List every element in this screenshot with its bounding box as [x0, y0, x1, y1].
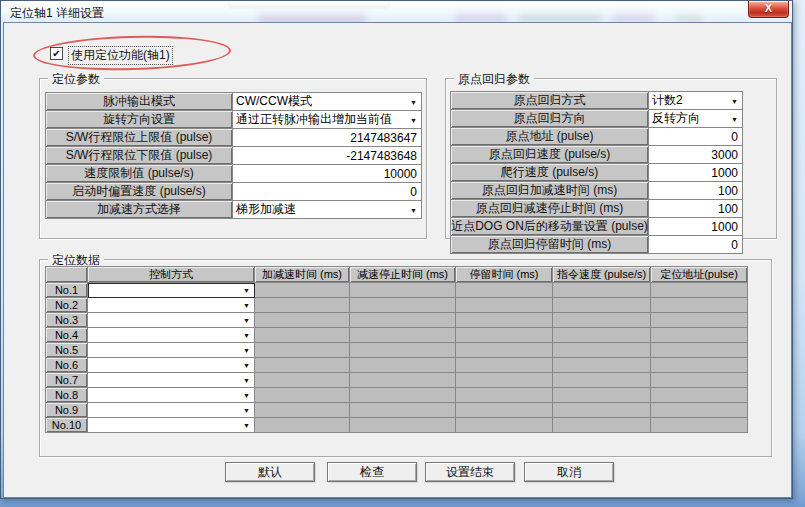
table-row: No.6 ▼: [46, 358, 748, 373]
table-row: 原点回归减速停止时间 (ms) 100: [451, 200, 743, 218]
data-cell-disabled: [350, 343, 456, 358]
default-button[interactable]: 默认: [225, 462, 315, 482]
homing-dwell-time-field[interactable]: 0: [649, 236, 743, 254]
data-cell-disabled: [651, 298, 748, 313]
homing-params-group-label: 原点回归参数: [454, 71, 534, 88]
param-label: 原点回归停留时间 (ms): [451, 236, 649, 254]
data-cell-disabled: [350, 313, 456, 328]
table-row: No.2 ▼: [46, 298, 748, 313]
column-header: 加减速时间 (ms): [255, 267, 350, 283]
control-method-select[interactable]: ▼: [88, 388, 255, 403]
selected-value: 反转方向: [652, 111, 700, 125]
data-cell-disabled: [350, 283, 456, 298]
dropdown-arrow-icon[interactable]: ▼: [243, 332, 250, 339]
homing-params-table: 原点回归方式 计数2▼ 原点回归方向 反转方向▼ 原点地址 (pulse) 0 …: [450, 91, 743, 254]
positioning-params-table: 脉冲输出模式 CW/CCW模式▼ 旋转方向设置 通过正转脉冲输出增加当前值▼ S…: [45, 92, 422, 219]
dropdown-arrow-icon[interactable]: ▼: [243, 407, 250, 414]
dropdown-arrow-icon[interactable]: ▼: [243, 377, 250, 384]
param-label: 原点回归方向: [451, 110, 649, 128]
positioning-params-group-label: 定位参数: [48, 71, 104, 88]
column-header: 控制方式: [88, 267, 255, 283]
row-number: No.8: [46, 388, 88, 403]
dropdown-arrow-icon[interactable]: ▼: [243, 302, 250, 309]
speed-limit-field[interactable]: 10000: [233, 165, 422, 183]
row-number: No.7: [46, 373, 88, 388]
table-row: 启动时偏置速度 (pulse/s) 0: [46, 183, 422, 201]
control-method-select[interactable]: ▼: [88, 328, 255, 343]
control-method-select[interactable]: ▼: [88, 418, 255, 433]
dropdown-arrow-icon[interactable]: ▼: [243, 362, 250, 369]
control-method-select[interactable]: ▼: [88, 343, 255, 358]
cancel-button[interactable]: 取消: [524, 462, 614, 482]
data-cell-disabled: [255, 358, 350, 373]
pulse-output-mode-select[interactable]: CW/CCW模式▼: [233, 93, 422, 111]
column-header: 定位地址(pulse): [651, 267, 748, 283]
creep-speed-field[interactable]: 1000: [649, 164, 743, 182]
homing-method-select[interactable]: 计数2▼: [649, 92, 743, 110]
control-method-select[interactable]: ▼: [88, 298, 255, 313]
control-method-select[interactable]: ▼: [88, 283, 255, 298]
data-cell-disabled: [350, 388, 456, 403]
row-number: No.9: [46, 403, 88, 418]
control-method-select[interactable]: ▼: [88, 313, 255, 328]
dropdown-arrow-icon[interactable]: ▼: [410, 116, 417, 123]
row-number: No.1: [46, 283, 88, 298]
homing-decel-stop-time-field[interactable]: 100: [649, 200, 743, 218]
control-method-select[interactable]: ▼: [88, 373, 255, 388]
param-label: 原点回归方式: [451, 92, 649, 110]
data-cell-disabled: [255, 298, 350, 313]
param-label: 脉冲输出模式: [46, 93, 233, 111]
table-row: 爬行速度 (pulse/s) 1000: [451, 164, 743, 182]
data-cell-disabled: [350, 298, 456, 313]
row-number: No.6: [46, 358, 88, 373]
table-row: 原点回归停留时间 (ms) 0: [451, 236, 743, 254]
bias-speed-field[interactable]: 0: [233, 183, 422, 201]
param-label: 原点地址 (pulse): [451, 128, 649, 146]
data-cell-disabled: [350, 418, 456, 433]
dropdown-arrow-icon[interactable]: ▼: [243, 287, 250, 294]
use-positioning-checkbox[interactable]: ✔: [50, 47, 63, 60]
dropdown-arrow-icon[interactable]: ▼: [731, 115, 738, 122]
data-cell-disabled: [553, 283, 651, 298]
row-number: No.2: [46, 298, 88, 313]
dog-on-travel-field[interactable]: 1000: [649, 218, 743, 236]
check-button[interactable]: 检查: [327, 462, 417, 482]
homing-accel-time-field[interactable]: 100: [649, 182, 743, 200]
homing-speed-field[interactable]: 3000: [649, 146, 743, 164]
data-cell-disabled: [553, 313, 651, 328]
finish-settings-button[interactable]: 设置结束: [425, 462, 515, 482]
dropdown-arrow-icon[interactable]: ▼: [243, 317, 250, 324]
data-cell-disabled: [456, 388, 553, 403]
data-cell-disabled: [553, 388, 651, 403]
table-row: 旋转方向设置 通过正转脉冲输出增加当前值▼: [46, 111, 422, 129]
dropdown-arrow-icon[interactable]: ▼: [243, 392, 250, 399]
data-cell-disabled: [255, 403, 350, 418]
dropdown-arrow-icon[interactable]: ▼: [243, 422, 250, 429]
sw-lower-limit-field[interactable]: -2147483648: [233, 147, 422, 165]
control-method-select[interactable]: ▼: [88, 403, 255, 418]
data-cell-disabled: [651, 313, 748, 328]
close-icon[interactable]: X: [748, 1, 789, 18]
param-label: 近点DOG ON后的移动量设置 (pulse): [451, 218, 649, 236]
use-positioning-checkbox-label[interactable]: 使用定位功能(轴1): [68, 46, 173, 65]
param-label: S/W行程限位下限值 (pulse): [46, 147, 233, 165]
data-cell-disabled: [651, 373, 748, 388]
dropdown-arrow-icon[interactable]: ▼: [731, 97, 738, 104]
row-number: No.4: [46, 328, 88, 343]
origin-address-field[interactable]: 0: [649, 128, 743, 146]
table-row: 原点回归方向 反转方向▼: [451, 110, 743, 128]
titlebar[interactable]: 定位轴1 详细设置 X: [1, 1, 792, 22]
dropdown-arrow-icon[interactable]: ▼: [410, 98, 417, 105]
rotation-direction-select[interactable]: 通过正转脉冲输出增加当前值▼: [233, 111, 422, 129]
column-header: 指令速度 (pulse/s): [553, 267, 651, 283]
homing-direction-select[interactable]: 反转方向▼: [649, 110, 743, 128]
dropdown-arrow-icon[interactable]: ▼: [410, 206, 417, 213]
table-row: 原点回归加减速时间 (ms) 100: [451, 182, 743, 200]
data-cell-disabled: [553, 298, 651, 313]
table-row: S/W行程限位上限值 (pulse) 2147483647: [46, 129, 422, 147]
data-cell-disabled: [651, 388, 748, 403]
control-method-select[interactable]: ▼: [88, 358, 255, 373]
dropdown-arrow-icon[interactable]: ▼: [243, 347, 250, 354]
sw-upper-limit-field[interactable]: 2147483647: [233, 129, 422, 147]
accel-decel-mode-select[interactable]: 梯形加减速▼: [233, 201, 422, 219]
